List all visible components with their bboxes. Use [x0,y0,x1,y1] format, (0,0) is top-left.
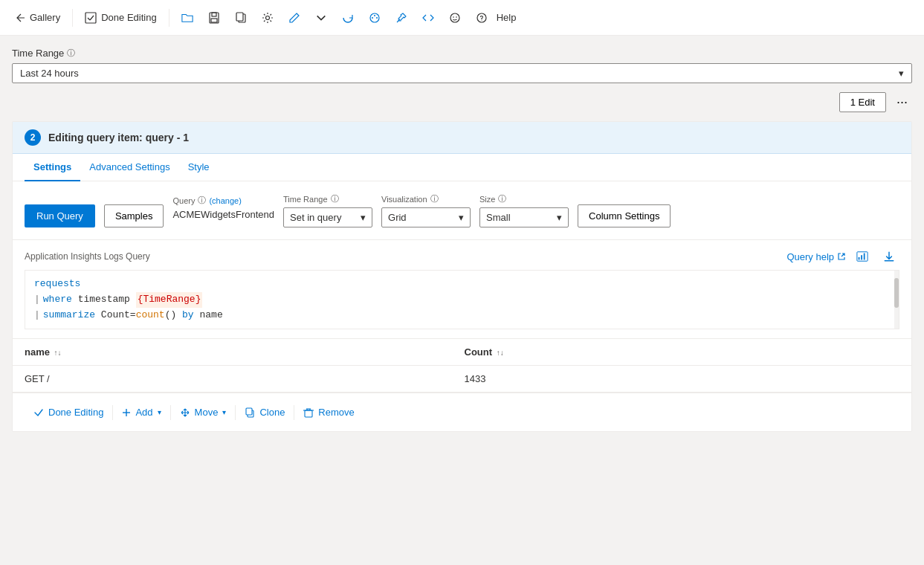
folder-icon [181,12,193,24]
clone-icon [245,407,255,418]
tab-style[interactable]: Style [179,154,219,181]
size-field-label: Size ⓘ [479,193,569,204]
svg-rect-20 [859,257,860,260]
viz-info-icon: ⓘ [430,193,439,204]
column-settings-button[interactable]: Column Settings [578,204,671,227]
pin-button[interactable] [390,7,413,28]
external-link-icon [837,252,846,261]
settings-button[interactable] [256,7,280,28]
copy-button[interactable] [229,7,253,28]
query-field-group: Query ⓘ (change) ACMEWidgetsFrontend [172,195,274,226]
save-button[interactable] [202,7,226,28]
time-range-label: Time Range ⓘ [12,48,912,59]
download-icon [883,251,895,262]
tab-settings[interactable]: Settings [25,154,80,181]
size-field-group: Size ⓘ Small ▾ [479,193,569,227]
query-panel: 2 Editing query item: query - 1 Settings… [12,121,912,432]
chevron-down-icon [315,12,327,24]
code-where: where [43,292,72,308]
step-badge: 2 [25,129,41,146]
separator-2 [169,9,169,27]
settings-icon [262,12,274,24]
size-select[interactable]: Small ▾ [479,207,569,227]
tab-advanced-settings[interactable]: Advanced Settings [80,154,178,181]
bottom-move-button[interactable]: Move ▾ [171,402,236,422]
sort-icon-count: ↑↓ [497,349,504,357]
query-help-actions: Query help [786,249,899,264]
done-editing-toolbar-button[interactable]: Done Editing [79,9,162,27]
col-header-count[interactable]: Count ↑↓ [453,339,911,366]
results-section: name ↑↓ Count ↑↓ GET / 1433 [13,339,911,393]
help-label: Help [497,12,517,23]
tr-info-icon: ⓘ [331,193,339,204]
time-range-info-icon: ⓘ [67,48,75,59]
query-editor-title: Application Insights Logs Query [25,251,150,262]
time-range-value: Last 24 hours [20,68,79,79]
bottom-remove-button[interactable]: Remove [294,402,363,422]
code-count-assign: Count= [95,308,136,323]
time-range-field-select[interactable]: Set in query ▾ [283,207,372,227]
separator-1 [72,9,73,27]
bottom-done-editing-button[interactable]: Done Editing [25,402,112,422]
plus-icon [122,408,131,417]
query-controls: Run Query Samples Query ⓘ (change) ACMEW… [25,193,899,227]
svg-point-14 [450,13,459,22]
done-editing-toolbar-label: Done Editing [101,12,156,23]
code-count-fn: count [136,308,165,323]
bottom-clone-button[interactable]: Clone [236,402,294,422]
svg-point-18 [481,19,482,20]
query-field-label: Query ⓘ (change) [172,195,274,206]
time-range-select[interactable]: Last 24 hours ▾ [12,63,912,83]
help-icon-button[interactable] [470,7,494,28]
visualization-select[interactable]: Grid ▾ [381,207,471,227]
code-icon [422,12,434,24]
refresh-icon [342,12,354,24]
chevron-down-button[interactable] [309,7,333,28]
copy-icon [235,12,247,24]
check-icon [33,407,44,418]
svg-line-2 [90,16,94,20]
code-editor[interactable]: requests | where timestamp {TimeRange} |… [25,270,899,329]
query-help-link[interactable]: Query help [786,251,846,262]
query-change-link[interactable]: (change) [209,196,241,205]
svg-point-16 [456,16,457,18]
more-options-button[interactable]: ··· [892,93,912,112]
bottom-add-button[interactable]: Add ▾ [113,402,169,422]
emoji-button[interactable] [443,7,467,28]
samples-button[interactable]: Samples [104,204,164,227]
svg-line-1 [88,18,90,20]
size-chevron-icon: ▾ [557,212,562,223]
code-button[interactable] [416,7,440,28]
main-area: Time Range ⓘ Last 24 hours ▾ 1 Edit ··· … [0,36,924,565]
run-query-button[interactable]: Run Query [25,204,95,227]
code-line-3: | summarize Count= count () by name [34,308,890,323]
scrollbar-thumb[interactable] [894,278,899,308]
code-summarize: summarize [43,308,95,323]
pencil-button[interactable] [282,7,306,28]
chart-icon [856,251,868,262]
share-button[interactable] [363,7,387,28]
results-table: name ↑↓ Count ↑↓ GET / 1433 [13,339,911,393]
code-timerange-param: {TimeRange} [136,292,203,308]
code-by-kw: by [182,308,194,323]
col-header-name[interactable]: name ↑↓ [13,339,453,366]
svg-point-12 [374,15,375,16]
gallery-button[interactable]: Gallery [9,7,66,28]
query-editor-header: Application Insights Logs Query Query he… [25,249,899,264]
code-name: name [194,308,223,323]
sort-icon-name: ↑↓ [54,349,62,357]
edit-bar: 1 Edit ··· [12,92,912,112]
tabs: Settings Advanced Settings Style [13,154,911,181]
query-settings: Run Query Samples Query ⓘ (change) ACMEW… [13,181,911,240]
download-icon-button[interactable] [879,249,899,264]
refresh-button[interactable] [336,7,360,28]
svg-point-10 [372,17,373,19]
code-line-2: | where timestamp {TimeRange} [34,292,890,308]
code-line-1: requests [34,277,890,292]
svg-rect-21 [861,255,862,259]
edit-button[interactable]: 1 Edit [839,92,886,112]
svg-rect-7 [236,13,243,21]
tr-field-label: Time Range ⓘ [283,193,372,204]
chart-icon-button[interactable] [852,249,873,264]
folder-icon-button[interactable] [175,7,199,28]
